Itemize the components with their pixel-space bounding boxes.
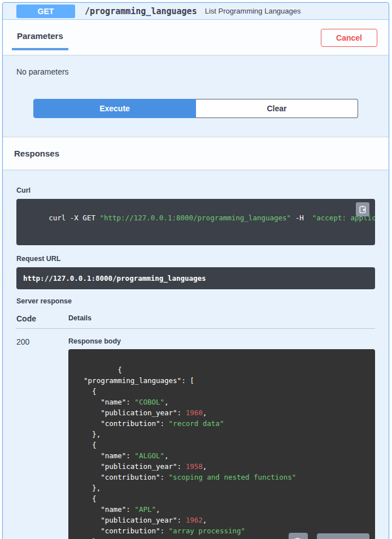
details-column-header: Details [68, 314, 92, 323]
responses-content: Curl curl -X GET "http://127.0.0.1:8000/… [3, 169, 389, 539]
response-row: 200 Response body { "programming_languag… [16, 329, 375, 539]
response-body-block: { "programming_languages": [ { "name": "… [68, 349, 375, 539]
clipboard-copy-icon [359, 205, 367, 214]
curl-command-text: curl -X GET "http://127.0.0.1:8000/progr… [49, 214, 375, 222]
clear-button[interactable]: Clear [196, 99, 358, 118]
http-method-badge: GET [16, 5, 75, 18]
execute-button[interactable]: Execute [33, 99, 196, 118]
code-column-header: Code [16, 314, 68, 323]
opblock-get: GET /programming_languages List Programm… [2, 2, 389, 539]
responses-section-header: Responses [3, 137, 389, 169]
operation-path: /programming_languages [85, 6, 197, 16]
request-url-value: http://127.0.0.1:8000/programming_langua… [16, 267, 375, 289]
response-body-label: Response body [68, 337, 375, 345]
execute-button-group: Execute Clear [33, 99, 358, 137]
response-body-json: { "programming_languages": [ { "name": "… [75, 366, 296, 539]
curl-label: Curl [16, 186, 375, 194]
parameters-section-header: Parameters Cancel [3, 20, 389, 55]
no-parameters-text: No parameters [16, 67, 375, 76]
operation-description: List Programming Languages [205, 7, 301, 15]
server-response-label: Server response [16, 297, 375, 305]
copy-response-button[interactable] [289, 533, 308, 539]
copy-curl-button[interactable] [356, 202, 369, 216]
curl-command-block: curl -X GET "http://127.0.0.1:8000/progr… [16, 199, 375, 245]
response-table-header: Code Details [16, 314, 375, 329]
clipboard-copy-icon [293, 537, 303, 539]
operation-summary-row[interactable]: GET /programming_languages List Programm… [3, 3, 389, 20]
parameters-body: No parameters Execute Clear [3, 55, 389, 137]
tab-parameters[interactable]: Parameters [12, 31, 68, 50]
request-url-label: Request URL [16, 255, 375, 263]
response-body-actions: Download [289, 533, 369, 539]
status-code: 200 [16, 337, 68, 539]
download-button[interactable]: Download [317, 533, 369, 539]
cancel-button[interactable]: Cancel [321, 29, 377, 47]
response-details-cell: Response body { "programming_languages":… [68, 337, 375, 539]
